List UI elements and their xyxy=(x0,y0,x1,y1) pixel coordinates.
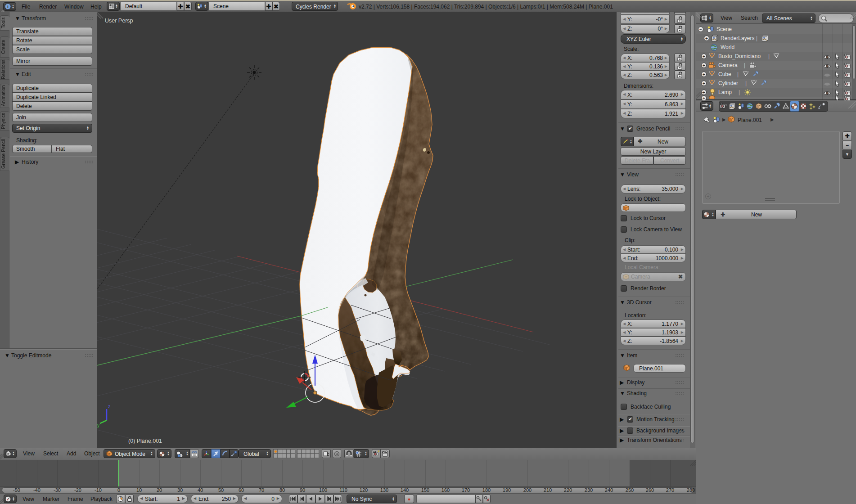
svg-text:z: z xyxy=(108,404,110,409)
svg-text:i: i xyxy=(7,4,9,9)
svg-text:(0) Plane.001: (0) Plane.001 xyxy=(128,438,162,444)
svg-text:y: y xyxy=(97,423,99,428)
svg-text:User Persp: User Persp xyxy=(105,18,133,24)
